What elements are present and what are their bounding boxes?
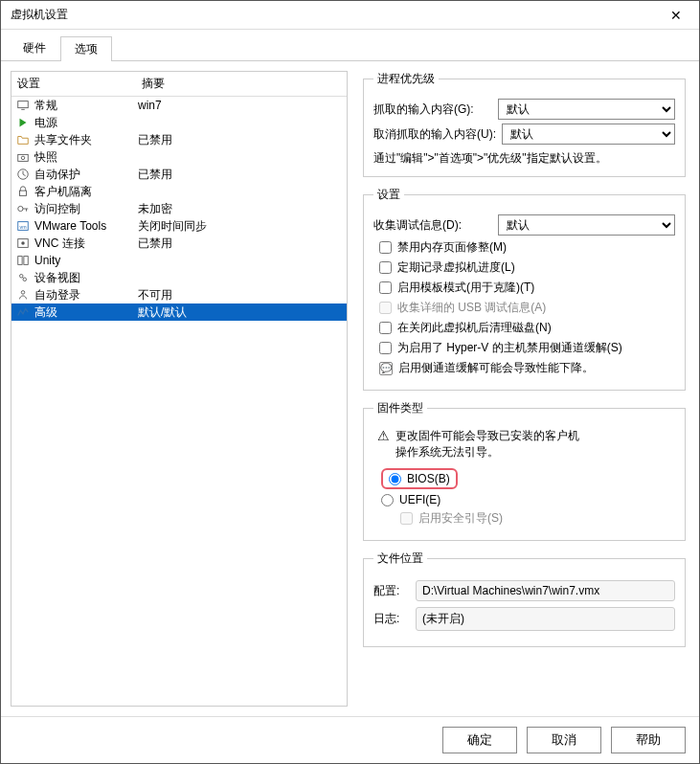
checkbox-template-mode[interactable] xyxy=(379,281,392,294)
select-released-priority[interactable]: 默认 xyxy=(502,124,675,145)
tab-options[interactable]: 选项 xyxy=(60,36,112,61)
list-item-summary: 不可用 xyxy=(138,287,345,303)
label-bios: BIOS(B) xyxy=(407,472,450,485)
vnc-icon xyxy=(13,236,33,250)
key-icon xyxy=(13,202,33,215)
list-item-name: 高级 xyxy=(33,304,138,321)
tab-strip: 硬件 选项 xyxy=(1,30,699,61)
vm-icon: vm xyxy=(13,219,33,233)
ok-button[interactable]: 确定 xyxy=(442,727,517,753)
label-template-mode: 启用模板模式(用于克隆)(T) xyxy=(397,280,534,296)
label-secure-boot: 启用安全引导(S) xyxy=(418,510,503,527)
help-button[interactable]: 帮助 xyxy=(611,727,686,753)
label-usb-debug: 收集详细的 USB 调试信息(A) xyxy=(397,300,546,316)
label-disable-mem-trim: 禁用内存页面修整(M) xyxy=(397,239,507,256)
checkbox-usb-debug xyxy=(379,302,392,314)
select-captured-priority[interactable]: 默认 xyxy=(498,99,675,120)
list-item-summary: 已禁用 xyxy=(138,167,345,183)
svg-rect-0 xyxy=(18,101,29,108)
titlebar: 虚拟机设置 ✕ xyxy=(1,1,699,30)
list-item[interactable]: 访问控制未加密 xyxy=(11,200,347,217)
info-sidechannel-text: 启用侧通道缓解可能会导致性能下降。 xyxy=(398,360,594,376)
list-item-summary: 已禁用 xyxy=(138,132,345,148)
svg-point-13 xyxy=(21,241,25,245)
group-process-priority: 进程优先级 抓取的输入内容(G): 默认 取消抓取的输入内容(U): 默认 通过… xyxy=(363,71,686,177)
priority-note: 通过"编辑">"首选项">"优先级"指定默认设置。 xyxy=(373,150,675,167)
list-item[interactable]: VNC 连接已禁用 xyxy=(11,235,347,252)
list-item[interactable]: vmVMware Tools关闭时间同步 xyxy=(11,217,347,235)
svg-point-19 xyxy=(21,291,25,295)
svg-marker-2 xyxy=(20,119,27,127)
checkbox-hyperv-mitigation[interactable] xyxy=(379,342,392,354)
details-panel: 进程优先级 抓取的输入内容(G): 默认 取消抓取的输入内容(U): 默认 通过… xyxy=(359,71,689,707)
header-setting: 设置 xyxy=(11,72,136,96)
label-debug-info: 收集调试信息(D): xyxy=(373,217,492,234)
group-file-location: 文件位置 配置: D:\Virtual Machines\win7\win7.v… xyxy=(363,551,686,647)
list-item-summary: 默认/默认 xyxy=(138,304,345,321)
radio-uefi[interactable] xyxy=(381,494,394,506)
settings-list-header: 设置 摘要 xyxy=(11,72,347,97)
label-log-progress: 定期记录虚拟机进度(L) xyxy=(397,259,515,276)
list-item[interactable]: 高级默认/默认 xyxy=(11,303,347,321)
list-item-name: 常规 xyxy=(33,98,138,114)
cancel-button[interactable]: 取消 xyxy=(527,727,601,753)
list-item[interactable]: Unity xyxy=(11,252,347,269)
svg-point-4 xyxy=(21,156,25,160)
legend-priority: 进程优先级 xyxy=(373,71,439,87)
legend-settings: 设置 xyxy=(373,187,404,203)
checkbox-log-progress[interactable] xyxy=(379,261,392,274)
log-path-field[interactable]: (未开启) xyxy=(416,607,675,631)
settings-list-panel: 设置 摘要 常规win7电源共享文件夹已禁用快照自动保护已禁用客户机隔离访问控制… xyxy=(11,71,348,707)
select-debug-info[interactable]: 默认 xyxy=(498,214,675,236)
config-path-field[interactable]: D:\Virtual Machines\win7\win7.vmx xyxy=(416,580,675,601)
legend-file-location: 文件位置 xyxy=(373,551,427,567)
list-item[interactable]: 快照 xyxy=(11,148,347,166)
svg-rect-15 xyxy=(24,257,28,265)
power-icon xyxy=(13,116,33,129)
label-hyperv-mitigation: 为启用了 Hyper-V 的主机禁用侧通道缓解(S) xyxy=(397,340,622,356)
list-item[interactable]: 客户机隔离 xyxy=(11,183,347,200)
list-item-name: 设备视图 xyxy=(33,270,138,286)
list-item-name: 自动保护 xyxy=(33,167,138,183)
label-log: 日志: xyxy=(373,611,408,627)
camera-icon xyxy=(13,150,33,164)
list-item-name: 自动登录 xyxy=(33,287,138,303)
checkbox-clean-disk[interactable] xyxy=(379,322,392,334)
checkbox-secure-boot xyxy=(400,512,413,525)
info-icon: 💬 xyxy=(379,362,393,375)
list-item[interactable]: 设备视图 xyxy=(11,269,347,286)
dialog-footer: 确定 取消 帮助 xyxy=(1,716,699,763)
monitor-icon xyxy=(13,99,33,112)
list-item[interactable]: 自动登录不可用 xyxy=(11,286,347,303)
list-item-name: VNC 连接 xyxy=(33,236,138,252)
radio-bios[interactable] xyxy=(389,473,401,485)
list-item-summary: 已禁用 xyxy=(138,236,345,252)
list-item[interactable]: 自动保护已禁用 xyxy=(11,166,347,183)
label-released-input: 取消抓取的输入内容(U): xyxy=(373,126,496,143)
svg-rect-3 xyxy=(18,154,29,161)
list-item-summary: win7 xyxy=(138,99,345,112)
auto-icon xyxy=(13,288,33,302)
svg-rect-6 xyxy=(20,191,27,195)
list-item[interactable]: 常规win7 xyxy=(11,97,347,114)
list-item-name: 客户机隔离 xyxy=(33,184,138,200)
device-icon xyxy=(13,271,33,284)
list-item-summary: 关闭时间同步 xyxy=(138,218,345,235)
firmware-warning-text: 更改固件可能会导致已安装的客户机 操作系统无法引导。 xyxy=(395,428,579,461)
svg-line-18 xyxy=(22,277,24,279)
lock-icon xyxy=(13,185,33,198)
tab-hardware[interactable]: 硬件 xyxy=(9,35,60,60)
list-item[interactable]: 共享文件夹已禁用 xyxy=(11,131,347,148)
list-item[interactable]: 电源 xyxy=(11,114,347,131)
list-item-name: VMware Tools xyxy=(33,219,138,233)
svg-point-7 xyxy=(18,206,23,211)
checkbox-disable-mem-trim[interactable] xyxy=(379,241,392,254)
settings-list-body: 常规win7电源共享文件夹已禁用快照自动保护已禁用客户机隔离访问控制未加密vmV… xyxy=(11,97,347,706)
clock-icon xyxy=(13,168,33,181)
folder-icon xyxy=(13,133,33,146)
close-icon[interactable]: ✕ xyxy=(663,8,689,23)
svg-text:vm: vm xyxy=(20,224,28,230)
list-item-name: 共享文件夹 xyxy=(33,132,138,148)
header-summary: 摘要 xyxy=(136,72,347,96)
window-title: 虚拟机设置 xyxy=(11,7,663,23)
